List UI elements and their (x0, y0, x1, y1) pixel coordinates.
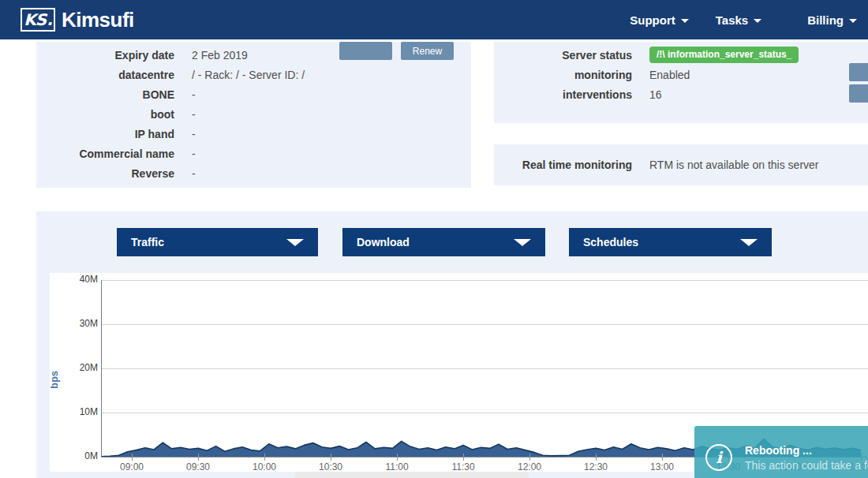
row-commercial-name: Commercial name - (36, 144, 471, 163)
toast-message: This action could take a few (745, 459, 868, 472)
schedules-dropdown[interactable]: Schedules (569, 228, 772, 256)
server-info-panel: Expiry date 2 Feb 2019 datacentre / - Ra… (36, 42, 471, 188)
traffic-dropdown[interactable]: Traffic (117, 228, 318, 256)
x-tick-label: 11:30 (441, 461, 485, 472)
x-tick-label: 11:00 (375, 461, 419, 472)
ks-logo-icon: KS. (21, 8, 55, 32)
chevron-down-icon (740, 239, 758, 246)
chevron-down-icon (754, 19, 761, 23)
y-tick-label: 10M (66, 406, 98, 417)
x-tick-label: 13:00 (640, 461, 684, 472)
y-tick-label: 20M (66, 362, 98, 373)
row-reverse: Reverse - (36, 163, 471, 183)
kimsufi-logo[interactable]: KS. Kimsufi (21, 8, 134, 32)
status-badge: /!\ information_server_status_ (649, 47, 799, 63)
y-tick-label: 0M (66, 450, 98, 461)
x-tick-label: 09:00 (110, 461, 154, 472)
row-datacentre: datacentre / - Rack: / - Server ID: / (36, 65, 471, 84)
info-icon: i (705, 444, 732, 471)
row-server-status: Server status /!\ information_server_sta… (494, 45, 868, 65)
monitoring-button-clipped[interactable] (849, 63, 868, 81)
row-boot: boot - (36, 104, 471, 124)
main-menu: Support Tasks Billing (630, 13, 857, 27)
row-monitoring: monitoring Enabled (494, 65, 868, 84)
chevron-down-icon (849, 19, 857, 23)
download-dropdown[interactable]: Download (342, 228, 545, 256)
row-ip-hand: IP hand - (36, 124, 471, 144)
row-interventions: interventions 16 (494, 84, 868, 104)
chevron-down-icon (681, 19, 689, 23)
rtm-panel: Real time monitoring RTM is not availabl… (494, 144, 868, 185)
renew-button[interactable]: Renew (401, 42, 454, 60)
y-axis-title: bps (48, 371, 60, 389)
x-tick-label: 12:30 (574, 461, 618, 472)
y-tick-label: 30M (66, 318, 98, 329)
x-tick-label: 10:00 (242, 461, 286, 472)
chevron-down-icon (514, 239, 531, 246)
row-bone: BONE - (36, 84, 471, 104)
server-status-panel: Server status /!\ information_server_sta… (494, 42, 868, 123)
menu-tasks[interactable]: Tasks (716, 13, 761, 27)
interventions-button-clipped[interactable] (849, 84, 868, 103)
toast-title: Rebooting ... (745, 444, 868, 457)
brand-name: Kimsufi (62, 8, 134, 32)
expiry-extra-button[interactable] (339, 42, 392, 60)
top-nav-bar: KS. Kimsufi Support Tasks Billing (0, 0, 868, 39)
menu-billing[interactable]: Billing (807, 13, 857, 27)
below-fold-element (294, 472, 529, 478)
chart-gridlines (101, 281, 868, 413)
menu-support[interactable]: Support (630, 13, 689, 27)
x-tick-label: 10:30 (309, 461, 353, 472)
x-tick-label: 09:30 (176, 461, 220, 472)
chevron-down-icon (286, 239, 304, 246)
reboot-toast[interactable]: i Rebooting ... This action could take a… (694, 426, 868, 478)
y-tick-label: 40M (66, 274, 98, 285)
row-rtm: Real time monitoring RTM is not availabl… (494, 144, 868, 185)
x-tick-label: 12:00 (507, 461, 552, 472)
